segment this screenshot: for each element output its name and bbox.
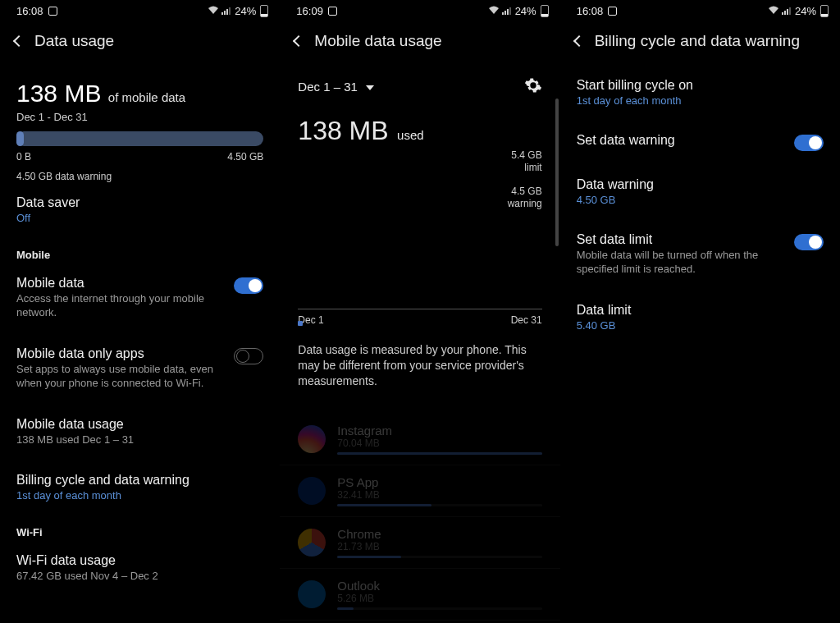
section-wifi: Wi-Fi: [0, 515, 280, 540]
app-name: Outlook: [337, 579, 541, 593]
mobile-data-desc: Access the internet through your mobile …: [16, 292, 224, 320]
chart-end: Dec 31: [511, 314, 542, 326]
app-name: Chrome: [337, 527, 541, 541]
battery-icon: [260, 5, 268, 17]
settings-icon[interactable]: [524, 76, 542, 98]
billing-value: 1st day of each month: [16, 489, 263, 502]
app-row[interactable]: PS App 32.41 MB: [280, 465, 559, 517]
status-bar: 16:09 24%: [280, 0, 559, 21]
app-row[interactable]: Chrome 21.73 MB: [280, 517, 559, 569]
usage-amount: 138 MB: [16, 80, 101, 107]
signal-icon: [502, 5, 513, 17]
svg-rect-7: [509, 7, 511, 15]
usage-suffix: of mobile data: [108, 90, 185, 104]
billing-title: Billing cycle and data warning: [16, 473, 263, 488]
usage-chart: Dec 1 Dec 31: [298, 309, 541, 326]
status-bar: 16:08 24%: [0, 0, 280, 21]
battery-percent: 24%: [795, 5, 816, 17]
billing-cycle-screen: 16:08 24% Billing cycle and data warning…: [560, 0, 840, 623]
limit-value: 5.4 GB: [298, 149, 541, 162]
svg-rect-11: [789, 7, 791, 15]
header: Billing cycle and data warning: [560, 21, 840, 65]
status-bar: 16:08 24%: [560, 0, 840, 21]
set-warning-toggle[interactable]: [794, 135, 824, 151]
mobile-only-toggle[interactable]: [234, 348, 263, 364]
app-name: Instagram: [337, 424, 541, 437]
app-name: PS App: [337, 475, 541, 489]
usage-progress: [16, 131, 263, 146]
mobile-only-title: Mobile data only apps: [16, 346, 224, 361]
svg-rect-5: [504, 11, 506, 15]
header: Data usage: [0, 21, 280, 65]
picture-icon: [608, 7, 617, 16]
data-warning-value: 4.50 GB: [577, 194, 824, 206]
svg-rect-0: [221, 12, 223, 15]
app-size: 70.04 MB: [337, 437, 541, 449]
wifi-icon: [768, 5, 779, 17]
start-billing-row[interactable]: Start billing cycle on 1st day of each m…: [560, 65, 840, 120]
wifi-icon: [488, 5, 500, 17]
data-limit-row[interactable]: Data limit 5.40 GB: [560, 290, 840, 345]
usage-progress-fill: [16, 131, 24, 146]
set-limit-title: Set data limit: [577, 232, 784, 247]
instagram-icon: [298, 425, 326, 453]
page-title: Billing cycle and data warning: [595, 32, 800, 50]
picture-icon: [48, 7, 57, 16]
progress-max: 4.50 GB: [227, 151, 263, 163]
progress-labels: 0 B 4.50 GB: [0, 146, 280, 163]
svg-rect-10: [787, 9, 788, 15]
limit-label: limit: [298, 162, 541, 174]
mobile-data-toggle[interactable]: [234, 277, 263, 294]
back-icon[interactable]: [293, 35, 304, 47]
warning-label: warning: [298, 198, 541, 210]
battery-percent: 24%: [515, 5, 536, 17]
warning-text: 4.50 GB data warning: [0, 163, 280, 182]
wifi-icon: [208, 5, 219, 17]
billing-cycle-row[interactable]: Billing cycle and data warning 1st day o…: [0, 460, 280, 515]
clock: 16:09: [296, 5, 323, 17]
period-text: Dec 1 – 31: [298, 80, 358, 94]
used-label: used: [397, 128, 424, 142]
chart-bar: [298, 321, 303, 326]
mobile-usage-desc: 138 MB used Dec 1 – 31: [16, 433, 263, 447]
limit-info: 5.4 GB limit 4.5 GB warning: [280, 146, 559, 210]
mobile-usage-title: Mobile data usage: [16, 417, 263, 432]
battery-icon: [820, 5, 829, 17]
date-range: Dec 1 - Dec 31: [16, 111, 263, 123]
app-size: 5.26 MB: [337, 593, 541, 604]
mobile-only-desc: Set apps to always use mobile data, even…: [16, 363, 224, 391]
mobile-data-usage-screen: 16:09 24% Mobile data usage Dec 1 – 31 1…: [280, 0, 559, 623]
data-warning-row[interactable]: Data warning 4.50 GB: [560, 164, 840, 219]
svg-rect-3: [229, 7, 231, 15]
set-data-limit-row[interactable]: Set data limit Mobile data will be turne…: [560, 219, 840, 290]
wifi-usage-row[interactable]: Wi-Fi data usage 67.42 GB used Nov 4 – D…: [0, 540, 280, 597]
period-selector[interactable]: Dec 1 – 31: [298, 80, 374, 94]
set-limit-desc: Mobile data will be turned off when the …: [577, 249, 784, 277]
app-row[interactable]: Instagram 70.04 MB: [280, 414, 559, 465]
back-icon[interactable]: [573, 35, 585, 47]
svg-rect-6: [507, 9, 509, 15]
measurement-note: Data usage is measured by your phone. Th…: [280, 326, 559, 389]
data-limit-value: 5.40 GB: [577, 319, 824, 332]
data-saver-row[interactable]: Data saver Off: [0, 182, 280, 237]
battery-icon: [541, 5, 549, 17]
mobile-data-usage-row[interactable]: Mobile data usage 138 MB used Dec 1 – 31: [0, 404, 280, 460]
app-row[interactable]: Outlook 5.26 MB: [280, 569, 559, 621]
set-data-warning-row[interactable]: Set data warning: [560, 120, 840, 164]
svg-rect-1: [224, 11, 226, 15]
data-warning-title: Data warning: [577, 177, 824, 192]
back-icon[interactable]: [13, 35, 25, 47]
app-list: Instagram 70.04 MB PS App 32.41 MB Chrom…: [280, 414, 559, 621]
mobile-only-apps-row[interactable]: Mobile data only apps Set apps to always…: [0, 333, 280, 404]
wifi-usage-title: Wi-Fi data usage: [16, 553, 263, 568]
svg-rect-2: [226, 9, 228, 15]
mobile-data-row[interactable]: Mobile data Access the internet through …: [0, 263, 280, 333]
set-limit-toggle[interactable]: [794, 234, 824, 250]
clock: 16:08: [577, 5, 604, 17]
usage-amount: 138 MB: [298, 116, 388, 145]
psapp-icon: [298, 477, 326, 505]
progress-min: 0 B: [16, 151, 31, 163]
usage-summary: 138 MB of mobile data Dec 1 - Dec 31: [0, 65, 280, 123]
wifi-usage-desc: 67.42 GB used Nov 4 – Dec 2: [16, 570, 263, 584]
battery-percent: 24%: [235, 5, 256, 17]
